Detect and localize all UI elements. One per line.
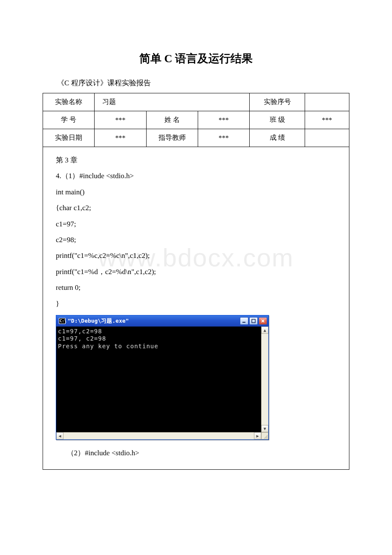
- scroll-left-button[interactable]: ◀: [56, 432, 63, 439]
- content-cell: 第 3 章 4.（1）#include <stdio.h> int main()…: [43, 147, 349, 470]
- scroll-up-button[interactable]: ▲: [261, 327, 268, 334]
- document-title: 简单 C 语言及运行结果: [43, 51, 349, 66]
- minimize-button[interactable]: [240, 317, 248, 325]
- scroll-track[interactable]: [63, 432, 254, 439]
- console-output: c1=97,c2=98 c1=97, c2=98 Press any key t…: [56, 327, 261, 432]
- maximize-icon: [251, 319, 256, 323]
- cell-value-name: ***: [198, 111, 249, 129]
- cell-label-class: 班 级: [250, 111, 305, 129]
- window-title: "D:\Debug\习题.exe": [68, 317, 240, 325]
- scroll-down-button[interactable]: ▼: [261, 425, 268, 432]
- arrow-up-icon: ▲: [263, 328, 266, 332]
- close-icon: [261, 319, 265, 323]
- info-table: 实验名称 习题 实验序号 学 号 *** 姓 名 *** 班 级 *** 实验日…: [43, 93, 349, 147]
- arrow-right-icon: ▶: [256, 434, 259, 438]
- cell-value-id: ***: [95, 111, 146, 129]
- horizontal-scrollbar[interactable]: ◀ ▶: [56, 432, 268, 439]
- window-titlebar[interactable]: C:\ "D:\Debug\习题.exe": [56, 315, 268, 327]
- console-window: C:\ "D:\Debug\习题.exe" c1=97,c2=98 c1=97,…: [56, 315, 269, 440]
- cell-value-score: [305, 129, 349, 147]
- cmd-icon: C:\: [59, 318, 66, 324]
- svg-rect-0: [242, 322, 245, 323]
- close-button[interactable]: [259, 317, 267, 325]
- cell-label-exp-no: 实验序号: [250, 93, 305, 111]
- cell-value-exp-name: 习题: [95, 93, 250, 111]
- grip-icon: [263, 434, 268, 439]
- table-row: 实验日期 *** 指导教师 *** 成 绩: [43, 129, 349, 147]
- code-line: }: [56, 296, 340, 312]
- table-row: 实验名称 习题 实验序号: [43, 93, 349, 111]
- code-line: {char c1,c2;: [56, 200, 340, 216]
- code-line: c1=97;: [56, 216, 340, 232]
- console-line: c1=97,c2=98: [58, 328, 102, 335]
- cell-label-exp-name: 实验名称: [43, 93, 95, 111]
- cell-value-exp-no: [305, 93, 349, 111]
- document-page: 简单 C 语言及运行结果 《C 程序设计》课程实验报告 实验名称 习题 实验序号…: [0, 0, 392, 487]
- console-line: Press any key to continue: [58, 343, 159, 350]
- maximize-button[interactable]: [249, 317, 258, 325]
- cell-value-class: ***: [305, 111, 349, 129]
- arrow-left-icon: ◀: [58, 434, 61, 438]
- vertical-scrollbar[interactable]: ▲ ▼: [261, 327, 268, 432]
- code-line: int main(): [56, 184, 340, 200]
- scroll-track[interactable]: [261, 334, 268, 425]
- code-line: c2=98;: [56, 232, 340, 248]
- window-buttons: [240, 317, 267, 325]
- minimize-icon: [242, 319, 246, 323]
- console-line: c1=97, c2=98: [58, 335, 106, 342]
- cell-label-score: 成 绩: [250, 129, 305, 147]
- resize-grip[interactable]: [261, 432, 268, 439]
- code-line: printf("c1=%c,c2=%c\n",c1,c2);: [56, 248, 340, 263]
- svg-rect-1: [252, 319, 255, 323]
- table-row: 学 号 *** 姓 名 *** 班 级 ***: [43, 111, 349, 129]
- arrow-down-icon: ▼: [263, 426, 266, 431]
- code-line: return 0;: [56, 280, 340, 295]
- code-line: 第 3 章: [56, 152, 340, 168]
- svg-line-4: [267, 438, 268, 439]
- cell-label-name: 姓 名: [146, 111, 198, 129]
- cell-value-date: ***: [95, 129, 146, 147]
- cell-label-id: 学 号: [43, 111, 95, 129]
- report-subtitle: 《C 程序设计》课程实验报告: [43, 78, 349, 88]
- scroll-right-button[interactable]: ▶: [254, 432, 261, 439]
- code-line: 4.（1）#include <stdio.h>: [56, 168, 340, 184]
- cell-label-date: 实验日期: [43, 129, 95, 147]
- cell-label-teacher: 指导教师: [146, 129, 198, 147]
- code-line: （2）#include <stdio.h>: [56, 445, 340, 461]
- code-line: printf("c1=%d，c2=%d\n",c1,c2);: [56, 264, 340, 280]
- cell-value-teacher: ***: [198, 129, 249, 147]
